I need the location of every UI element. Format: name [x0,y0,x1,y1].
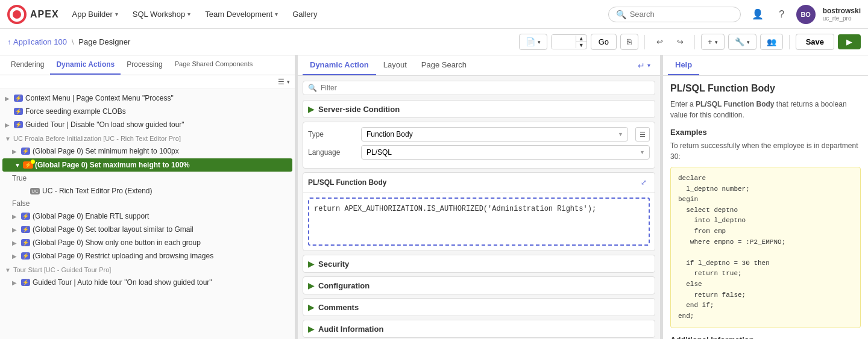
page-num-down[interactable]: ▼ [576,42,587,48]
middle-tab-action[interactable]: ↵ ▾ [633,58,655,73]
type-select[interactable]: Function Body [361,127,628,142]
tab-rendering[interactable]: Rendering [5,55,50,75]
tree-item-restrict-upload[interactable]: ▶ ⚡ (Global Page 0) Restrict uploading a… [0,249,295,263]
help-additional-title: Additional Information [670,335,861,339]
wrench-button[interactable]: 🔧 ▾ [728,34,756,50]
tree-item-guided-tour[interactable]: ▶ ⚡ Guided Tour | Disable "On load show … [0,118,295,131]
page-num-up[interactable]: ▲ [576,36,587,42]
nav-gallery[interactable]: Gallery [286,6,323,22]
language-select[interactable]: PL/SQL [361,145,650,160]
main-layout: Rendering Dynamic Actions Processing Pag… [0,55,868,339]
search-icon: 🔍 [616,10,626,19]
tab-processing[interactable]: Processing [121,55,168,75]
tree-item-label: Context Menu | Page Context Menu "Proces… [25,94,290,102]
plsql-section: PL/SQL Function Body ⤢ return APEX_AUTHO… [303,172,655,251]
shared-comp-button[interactable]: 👥 [760,34,783,50]
left-tabs: Rendering Dynamic Actions Processing Pag… [0,55,295,75]
tab-shared-components[interactable]: Page Shared Components [169,55,259,75]
apex-logo[interactable]: APEX [7,5,59,24]
toolbar-divider-3 [789,35,790,49]
nav-icons: 👤 ? BO bostrowski uc_rte_pro [748,5,861,24]
lightning-icon: ⚡ [20,238,30,247]
save-button[interactable]: Save [796,34,834,50]
breadcrumb-app-label: Application 100 [13,37,67,46]
page-icon: 📄 [526,37,535,46]
plsql-editor[interactable]: return APEX_AUTHORIZATION.IS_AUTHORIZED(… [308,197,650,246]
lightning-icon: ⚡ [20,251,30,261]
tree-item-max-height[interactable]: ▼ ⚡ (Global Page 0) Set maximum height t… [2,158,292,172]
type-list-icon[interactable]: ☰ [635,127,650,142]
lightning-active-icon: ⚡ [23,160,33,170]
configuration-section[interactable]: ▶ Configuration [303,276,655,294]
help-code-block: declare l_deptno number; begin select de… [670,167,861,328]
notifications-button[interactable]: 👤 [748,5,767,24]
middle-content: 🔍 ▶ Server-side Condition Type Function … [298,76,660,339]
undo-button[interactable]: ↩ [651,34,668,51]
tree-item-rtl[interactable]: ▶ ⚡ (Global Page 0) Enable RTL support [0,210,295,223]
tree-item-force-seeding[interactable]: ⚡ Force seeding example CLOBs [0,105,295,118]
language-select-wrapper: PL/SQL [361,145,650,160]
nav-app-builder[interactable]: App Builder ▾ [66,6,124,22]
filter-input[interactable] [321,84,650,92]
page-number-input[interactable]: 0 [552,35,573,49]
middle-tabs: Dynamic Action Layout Page Search ↵ ▾ [298,55,660,76]
section-check-icon: ▶ [308,104,315,114]
tab-dynamic-actions[interactable]: Dynamic Actions [50,55,121,75]
redo-button[interactable]: ↪ [671,34,688,51]
plsql-expand-button[interactable]: ⤢ [638,176,650,188]
plsql-header: PL/SQL Function Body ⤢ [303,173,655,193]
lightning-icon: ⚡ [13,107,23,116]
language-row: Language PL/SQL [308,145,650,160]
tree-item-min-height[interactable]: ▶ ⚡ (Global Page 0) Set minimum height t… [0,145,295,158]
toolbar-right: 📄 ▾ 0 ▲ ▼ Go ⎘ ↩ ↪ + ▾ 🔧 ▾ 👥 Save ▶ [519,34,861,51]
help-examples-title: Examples [670,128,861,137]
tree-item-context-menu[interactable]: ▶ ⚡ Context Menu | Page Context Menu "Pr… [0,92,295,105]
right-panel: Help PL/SQL Function Body Enter a PL/SQL… [663,55,868,339]
page-num-control[interactable]: 0 ▲ ▼ [551,34,587,49]
breadcrumb-separator: \ [72,38,74,46]
nav-team-dev[interactable]: Team Development ▾ [199,6,284,22]
search-bar[interactable]: 🔍 [608,7,741,22]
tree-item-guided-tour-auto[interactable]: ▶ ⚡ Guided Tour | Auto hide tour "On loa… [0,276,295,289]
chevron-icon: ▶ [5,122,11,128]
chevron-icon: ▶ [12,279,18,286]
server-side-condition-form: Type Function Body ☰ Language [303,122,655,169]
nav-sql-workshop[interactable]: SQL Workshop ▾ [127,6,197,22]
security-section[interactable]: ▶ Security [303,255,655,273]
tree-options-button[interactable]: ☰ ▾ [278,78,290,86]
user-avatar[interactable]: BO [796,5,816,24]
tree-item-one-button[interactable]: ▶ ⚡ (Global Page 0) Show only one button… [0,236,295,249]
language-label: Language [308,145,356,157]
chevron-icon: ▶ [5,95,11,102]
help-button[interactable]: ? [772,5,791,24]
lightning-icon: ⚡ [20,146,30,156]
tree-item-label: Force seeding example CLOBs [25,107,290,116]
chevron-icon: ▶ [12,240,18,246]
search-input[interactable] [630,10,733,19]
tab-page-search[interactable]: Page Search [414,55,474,75]
tab-layout[interactable]: Layout [376,55,414,75]
user-info[interactable]: bostrowski uc_rte_pro [823,7,861,22]
comments-section[interactable]: ▶ Comments [303,298,655,316]
lightning-icon: ⚡ [20,225,30,234]
tree-item-toolbar[interactable]: ▶ ⚡ (Global Page 0) Set toolbar layout s… [0,223,295,236]
breadcrumb-app-link[interactable]: ↑ Application 100 [7,37,67,46]
copy-button[interactable]: ⎘ [620,34,638,50]
section-title: Comments [318,303,359,312]
page-selector-button[interactable]: 📄 ▾ [519,34,547,50]
right-tabs: Help [663,55,868,76]
audit-information-section[interactable]: ▶ Audit Information [303,320,655,338]
middle-panel: Dynamic Action Layout Page Search ↵ ▾ 🔍 … [298,55,661,339]
tree-item-uc-extend[interactable]: UC UC - Rich Text Editor Pro (Extend) [0,184,295,197]
run-button[interactable]: ▶ [838,34,861,49]
user-name: bostrowski [823,7,861,15]
tab-dynamic-action[interactable]: Dynamic Action [303,55,376,75]
tree-item-label: Guided Tour | Auto hide tour "On load sh… [33,278,290,287]
server-side-condition-header[interactable]: ▶ Server-side Condition [303,100,655,118]
add-button[interactable]: + ▾ [701,34,725,50]
tree-toolbar: ☰ ▾ [0,75,295,89]
tree-section-uc-froala: ▼ UC Froala Before Initialization [UC - … [0,132,295,145]
go-button[interactable]: Go [591,34,617,50]
tab-help[interactable]: Help [668,55,699,75]
tree-item-label: UC - Rich Text Editor Pro (Extend) [42,187,290,195]
